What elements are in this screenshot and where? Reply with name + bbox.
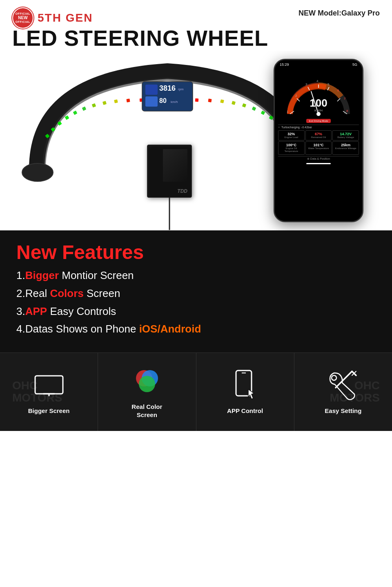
svg-rect-17 [242, 103, 246, 107]
main-title: LED STEERING WHEEL [12, 27, 268, 49]
svg-text:6: 6 [337, 89, 339, 92]
bigger-screen-label: Bigger Screen [28, 407, 70, 415]
icon-col-real-color-screen: Real ColorScreen [98, 353, 196, 431]
svg-rect-14 [208, 98, 212, 102]
svg-line-38 [337, 98, 340, 101]
svg-rect-8 [114, 99, 118, 103]
battery-voltage-cell: 14.72V Battery Voltage [332, 130, 359, 141]
new-model-text: NEW Model:Galaxy Pro [298, 7, 380, 18]
easy-setting-label: Easy Setting [325, 407, 361, 415]
svg-point-57 [139, 376, 155, 392]
svg-text:4: 4 [316, 79, 318, 83]
features-text: New Features 1.Bigger Montior Screen 2.R… [16, 243, 376, 340]
svg-text:5: 5 [327, 83, 330, 86]
engine-oil-temp-cell: 100°C Engine Oil Temperature [278, 141, 305, 154]
real-color-screen-label: Real ColorScreen [131, 403, 162, 419]
header-row: OFFICIAL NEW OFFICIAL 5TH GEN LED STEERI… [12, 7, 380, 49]
svg-text:2: 2 [295, 94, 297, 98]
svg-rect-3 [65, 116, 69, 120]
svg-text:rpm: rpm [178, 87, 184, 91]
new-badge: OFFICIAL NEW OFFICIAL [12, 7, 33, 29]
svg-point-31 [22, 163, 53, 181]
phone-mockup: 15:29 5G [274, 59, 363, 222]
endurance-mileage-cell: 25km Endurance Mileage [332, 141, 359, 154]
phone-screen: 15:29 5G [275, 60, 362, 221]
icon-col-easy-setting: Easy Setting [294, 353, 392, 431]
app-control-icon [229, 369, 261, 402]
svg-rect-16 [232, 101, 236, 105]
svg-rect-5 [82, 107, 87, 111]
svg-text:1: 1 [287, 110, 289, 114]
svg-point-61 [332, 375, 336, 380]
phone-data-grid: 32% Engine Load 67% Remained Oil 14.72V … [278, 130, 359, 155]
svg-text:3: 3 [305, 83, 307, 86]
svg-rect-6 [92, 103, 96, 107]
svg-text:80: 80 [159, 97, 167, 104]
phone-home-indicator [306, 163, 331, 164]
phone-status-bar: 15:29 5G [276, 62, 361, 67]
features-section: New Features 1.Bigger Montior Screen 2.R… [0, 230, 392, 353]
feature-item-4: 4.Datas Shows on Phone iOS/Android [16, 322, 376, 336]
phone-turbo-row: ≡ Turbocharging :-0.42bar [278, 125, 359, 129]
svg-rect-28 [145, 96, 158, 107]
svg-rect-25 [145, 85, 158, 95]
control-box: TDD [147, 145, 192, 198]
feature-item-3: 3.APP Easy Controls [16, 305, 376, 319]
remained-oil-cell: 67% Remained Oil [305, 130, 332, 141]
real-color-screen-icon [131, 365, 163, 398]
svg-rect-15 [220, 99, 224, 103]
phone-data-footer: ⊕ Data & Position [278, 156, 359, 161]
svg-rect-9 [126, 98, 130, 102]
svg-text:3816: 3816 [159, 84, 176, 92]
svg-rect-52 [35, 376, 63, 394]
phone-time: 15:29 [280, 62, 289, 67]
exit-driving-mode-button[interactable]: Exit Driving Mode [306, 119, 330, 123]
svg-rect-18 [252, 107, 256, 111]
top-section: OFFICIAL NEW OFFICIAL 5TH GEN LED STEERI… [0, 0, 392, 230]
phone-signal: 5G [352, 62, 357, 67]
bigger-screen-icon [33, 369, 65, 402]
easy-setting-icon [327, 369, 359, 402]
svg-rect-7 [102, 101, 107, 105]
svg-text:8: 8 [346, 109, 348, 113]
engine-load-cell: 32% Engine Load [278, 130, 305, 141]
product-image-area: 3816 rpm 80 km/h TDD 15:29 5 [12, 51, 380, 230]
icon-col-bigger-screen: Bigger Screen [0, 353, 98, 431]
svg-text:km/h: km/h [171, 100, 178, 104]
feature-item-1: 1.Bigger Montior Screen [16, 269, 376, 283]
water-temp-cell: 101°C Water Temperature [305, 141, 332, 154]
brand-left: OFFICIAL NEW OFFICIAL 5TH GEN LED STEERI… [12, 7, 268, 49]
svg-rect-13 [195, 98, 199, 102]
speedometer: 1 2 3 4 5 6 7 8 100 KM/H [282, 69, 355, 122]
icons-section: OHCMOTORS OHCMOTORS Bigger Screen Real C… [0, 353, 392, 431]
svg-text:7: 7 [344, 97, 346, 100]
features-title: New Features [16, 243, 376, 262]
gen-label: 5TH GEN [38, 11, 93, 25]
svg-rect-4 [73, 111, 78, 115]
svg-text:100: 100 [310, 97, 327, 109]
feature-item-2: 2.Real Colors Screen [16, 287, 376, 301]
phone-data-section: ≡ Turbocharging :-0.42bar 32% Engine Loa… [276, 125, 361, 161]
svg-point-49 [316, 112, 321, 116]
svg-text:KM/H: KM/H [314, 109, 323, 112]
app-control-label: APP Control [227, 407, 263, 415]
icon-col-app-control: APP Control [196, 353, 294, 431]
